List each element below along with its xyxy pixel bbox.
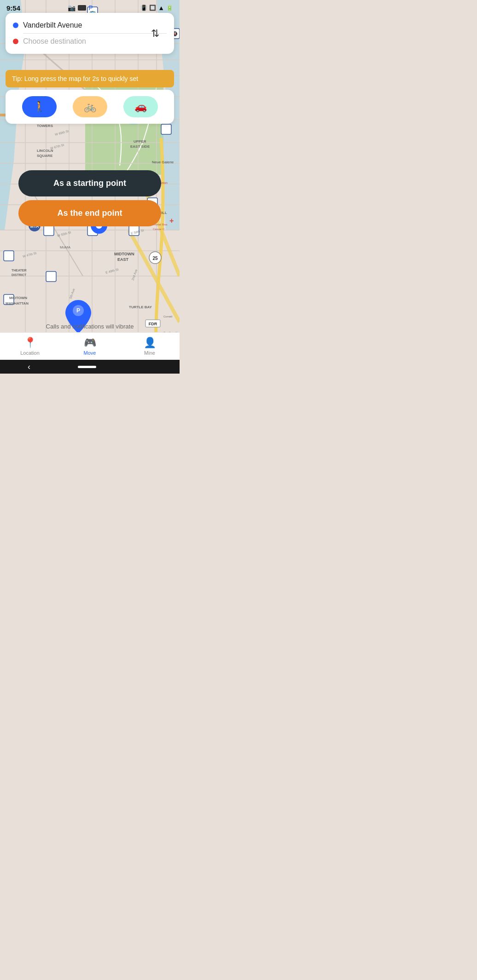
nav-move[interactable]: 🎮 Move bbox=[76, 337, 104, 356]
svg-rect-43 bbox=[46, 271, 56, 282]
battery-icon: 🔋 bbox=[166, 5, 173, 11]
home-pill[interactable] bbox=[78, 366, 96, 368]
tip-bar: Tip: Long press the map for 2s to quickl… bbox=[6, 70, 174, 87]
move-nav-label: Move bbox=[84, 350, 96, 356]
notification-text: Calls and notifications will vibrate bbox=[0, 323, 180, 330]
location-nav-label: Location bbox=[20, 350, 40, 356]
mine-nav-icon: 👤 bbox=[144, 337, 156, 349]
svg-text:P: P bbox=[76, 307, 80, 314]
walk-icon: 🚶 bbox=[33, 101, 46, 113]
status-right-icons: 📳 🔲 ▲ 🔋 bbox=[140, 4, 173, 12]
move-nav-icon: 🎮 bbox=[84, 337, 96, 349]
tip-text: Tip: Long press the map for 2s to quickl… bbox=[12, 75, 138, 82]
swap-icon[interactable]: ⇅ bbox=[151, 28, 159, 40]
photo-icon: 📷 bbox=[68, 4, 76, 12]
set-end-button[interactable]: As the end point bbox=[18, 200, 161, 226]
location-nav-icon: 📍 bbox=[24, 337, 36, 349]
svg-rect-2 bbox=[85, 74, 163, 175]
svg-rect-42 bbox=[4, 251, 14, 261]
status-time: 9:54 bbox=[6, 4, 20, 12]
svg-text:EAST SIDE: EAST SIDE bbox=[130, 144, 150, 149]
destination-row[interactable]: Choose destination bbox=[13, 35, 167, 48]
nav-mine[interactable]: 👤 Mine bbox=[136, 337, 163, 356]
svg-text:TURTLE BAY: TURTLE BAY bbox=[129, 305, 152, 309]
transport-car-button[interactable]: 🚗 bbox=[123, 96, 158, 117]
svg-rect-36 bbox=[44, 225, 54, 236]
status-bar: 9:54 📷 P 📳 🔲 ▲ 🔋 bbox=[0, 0, 180, 14]
svg-text:MANHATTAN: MANHATTAN bbox=[6, 301, 29, 306]
destination-dot bbox=[13, 39, 18, 44]
svg-text:TOWERS: TOWERS bbox=[37, 124, 53, 128]
bottom-nav: 📍 Location 🎮 Move 👤 Mine bbox=[0, 332, 180, 360]
svg-rect-40 bbox=[161, 124, 171, 134]
search-divider bbox=[23, 33, 167, 34]
signal-icon: 🔲 bbox=[149, 5, 156, 11]
set-start-button[interactable]: As a starting point bbox=[18, 170, 161, 196]
system-nav-bar: ‹ bbox=[0, 360, 180, 374]
search-panel: Vanderbilt Avenue Choose destination ⇅ bbox=[6, 13, 174, 54]
transport-bike-button[interactable]: 🚲 bbox=[73, 96, 107, 117]
svg-text:DISTRICT: DISTRICT bbox=[12, 273, 27, 277]
nav-location[interactable]: 📍 Location bbox=[16, 337, 44, 356]
destination-input[interactable]: Choose destination bbox=[23, 37, 167, 46]
svg-text:MIDTOWN: MIDTOWN bbox=[9, 296, 27, 300]
origin-input[interactable]: Vanderbilt Avenue bbox=[23, 21, 167, 29]
svg-text:EAST: EAST bbox=[117, 257, 129, 262]
transport-walk-button[interactable]: 🚶 bbox=[22, 96, 57, 117]
svg-text:+: + bbox=[169, 217, 174, 225]
svg-text:SQUARE: SQUARE bbox=[37, 154, 53, 158]
svg-text:MIDTOWN: MIDTOWN bbox=[114, 252, 134, 256]
back-button[interactable]: ‹ bbox=[28, 362, 30, 372]
mine-nav-label: Mine bbox=[144, 350, 155, 356]
car-icon: 🚗 bbox=[134, 101, 147, 113]
bike-icon: 🚲 bbox=[84, 101, 96, 113]
svg-text:Neue Galerie: Neue Galerie bbox=[152, 160, 174, 164]
status-left-icons: 📷 P bbox=[68, 4, 93, 12]
wifi-icon: ▲ bbox=[158, 4, 164, 12]
svg-text:Cornell: Cornell bbox=[163, 315, 172, 318]
stop-icon bbox=[78, 5, 86, 11]
origin-row[interactable]: Vanderbilt Avenue bbox=[13, 18, 167, 32]
svg-text:Cancer C: Cancer C bbox=[153, 228, 165, 231]
parking-icon: P bbox=[88, 4, 93, 12]
vibrate-icon: 📳 bbox=[140, 5, 147, 11]
transport-panel: 🚶 🚲 🚗 bbox=[6, 90, 174, 124]
svg-text:THEATER: THEATER bbox=[12, 269, 27, 272]
svg-text:UPPER: UPPER bbox=[134, 139, 146, 144]
origin-dot bbox=[13, 23, 18, 28]
svg-text:25: 25 bbox=[152, 256, 158, 261]
svg-text:MoMA: MoMA bbox=[60, 245, 71, 249]
